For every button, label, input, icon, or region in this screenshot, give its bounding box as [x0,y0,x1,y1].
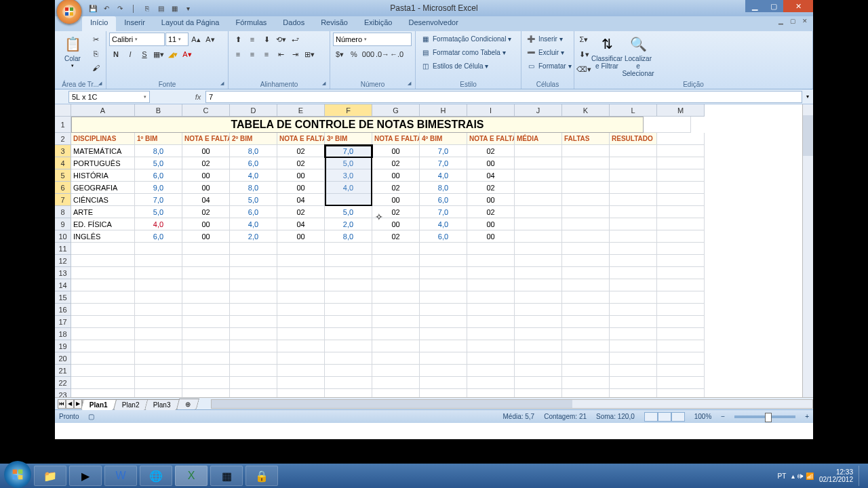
cell-F8[interactable]: 5,0 [325,206,372,218]
format-cells-button[interactable]: ▭Formatar ▾ [524,60,573,72]
paste-button[interactable]: 📋 Colar ▾ [58,33,87,68]
header-9[interactable]: MÉDIA [515,133,562,145]
cell-H5[interactable]: 4,0 [420,169,467,182]
cell-styles-button[interactable]: ◫Estilos de Célula ▾ [418,60,513,72]
cell-D9[interactable]: 4,0 [230,218,277,230]
cell-F10[interactable]: 8,0 [325,230,372,243]
cell-B9[interactable]: 4,0 [135,218,182,230]
tab-Exibição[interactable]: Exibição [356,16,401,31]
header-8[interactable]: NOTA E FALTA [467,133,515,145]
cell-G9[interactable]: 00 [372,218,420,230]
cell-E4[interactable]: 02 [277,157,325,169]
taskbar-app2[interactable]: 🔒 [245,466,278,486]
row-header-23[interactable]: 23 [55,389,71,397]
col-header-K[interactable]: K [562,104,610,117]
cell-H7[interactable]: 6,0 [420,194,467,206]
qat-custom-2[interactable]: ▤ [155,3,166,14]
row-header-1[interactable]: 1 [55,117,71,133]
header-11[interactable]: RESULTADO [610,133,657,145]
align-right-icon[interactable]: ≡ [260,47,273,61]
underline-icon[interactable]: S [138,47,151,61]
maximize-button[interactable]: ▢ [764,0,783,12]
col-header-A[interactable]: A [71,104,135,117]
cell-A7[interactable]: CIÊNCIAS [71,194,135,206]
header-7[interactable]: 4º BIM [420,133,467,145]
conditional-format-button[interactable]: ▦Formatação Condicional ▾ [418,33,513,45]
cell-H8[interactable]: 7,0 [420,206,467,218]
cell-E5[interactable]: 00 [277,169,325,182]
cell-A9[interactable]: ED. FÍSICA [71,218,135,230]
cell-C10[interactable]: 00 [182,230,230,243]
zoom-out-icon[interactable]: − [721,413,725,420]
row-headers[interactable]: 123456789101112131415161718192021222324 [55,117,71,397]
cell-F3[interactable]: 7,0 [325,145,372,157]
cell-G8[interactable]: 02 [372,206,420,218]
cell-D8[interactable]: 6,0 [230,206,277,218]
align-center-icon[interactable]: ≡ [245,47,259,61]
fx-icon[interactable]: fx [191,93,205,101]
insert-cells-button[interactable]: ➕Inserir ▾ [524,33,573,45]
taskbar-chrome[interactable]: 🌐 [140,466,172,486]
doc-restore-icon[interactable]: ▢ [787,18,798,27]
percent-icon[interactable]: % [347,47,361,61]
format-as-table-button[interactable]: ▤Formatar como Tabela ▾ [418,46,513,58]
cell-E6[interactable]: 00 [277,182,325,194]
cell-I3[interactable]: 02 [467,145,515,157]
cell-A6[interactable]: GEOGRAFIA [71,182,135,194]
decrease-indent-icon[interactable]: ⇤ [274,47,288,61]
row-header-11[interactable]: 11 [55,243,71,255]
cell-I8[interactable]: 02 [467,206,515,218]
cell-D3[interactable]: 8,0 [230,145,277,157]
cell-G7[interactable]: 00 [372,194,420,206]
header-2[interactable]: NOTA E FALTA [182,133,230,145]
system-tray[interactable]: PT ▴ 🕪 📶 12:33 02/12/2012 [778,466,864,486]
tab-Layout da Página[interactable]: Layout da Página [153,16,228,31]
taskbar-media[interactable]: ▶ [69,466,102,486]
cell-E10[interactable]: 00 [277,230,325,243]
cell-F4[interactable]: 5,0 [325,157,372,169]
bold-icon[interactable]: N [109,47,123,61]
row-header-12[interactable]: 12 [55,255,71,267]
cell-E7[interactable]: 04 [277,194,325,206]
font-color-icon[interactable]: A▾ [180,47,194,61]
row-header-4[interactable]: 4 [55,157,71,169]
new-sheet-button[interactable]: ⊕ [176,399,199,409]
decrease-decimal-icon[interactable]: ←.0 [390,47,403,61]
header-6[interactable]: NOTA E FALTA [372,133,420,145]
cell-C6[interactable]: 00 [182,182,230,194]
view-buttons[interactable] [644,412,685,422]
cell-A5[interactable]: HISTÓRIA [71,169,135,182]
font-size-combo[interactable]: 11▾ [165,33,189,46]
row-header-15[interactable]: 15 [55,291,71,304]
row-header-10[interactable]: 10 [55,230,71,243]
row-header-18[interactable]: 18 [55,328,71,340]
cell-B10[interactable]: 6,0 [135,230,182,243]
cell-I5[interactable]: 04 [467,169,515,182]
grow-font-icon[interactable]: A▴ [189,33,203,46]
row-header-2[interactable]: 2 [55,133,71,145]
cell-I4[interactable]: 00 [467,157,515,169]
zoom-level[interactable]: 100% [694,413,712,420]
sheet-tab-Plan3[interactable]: Plan3 [144,399,180,410]
sort-filter-button[interactable]: ⇅Classificar e Filtrar [592,33,622,70]
wrap-text-icon[interactable]: ⮐ [288,33,302,46]
taskbar-excel[interactable]: X [175,466,208,486]
col-header-J[interactable]: J [515,104,562,117]
col-header-D[interactable]: D [230,104,277,117]
show-desktop-button[interactable] [859,466,864,486]
horizontal-scrollbar[interactable] [211,399,813,409]
title-cell[interactable]: TABELA DE CONTROLE DE NOTAS BIMESTRAIS [71,117,644,133]
delete-cells-button[interactable]: ➖Excluir ▾ [524,46,573,58]
orientation-icon[interactable]: ⟲▾ [274,33,288,46]
col-header-M[interactable]: M [657,104,705,117]
tab-Dados[interactable]: Dados [275,16,313,31]
cell-D10[interactable]: 2,0 [230,230,277,243]
undo-icon[interactable]: ↶ [101,3,112,14]
formula-bar[interactable]: 7 [205,91,802,103]
tab-Início[interactable]: Início [82,16,116,31]
cell-C9[interactable]: 00 [182,218,230,230]
header-10[interactable]: FALTAS [562,133,610,145]
font-name-combo[interactable]: Calibri▾ [109,33,165,46]
cell-C3[interactable]: 00 [182,145,230,157]
cell-E3[interactable]: 02 [277,145,325,157]
